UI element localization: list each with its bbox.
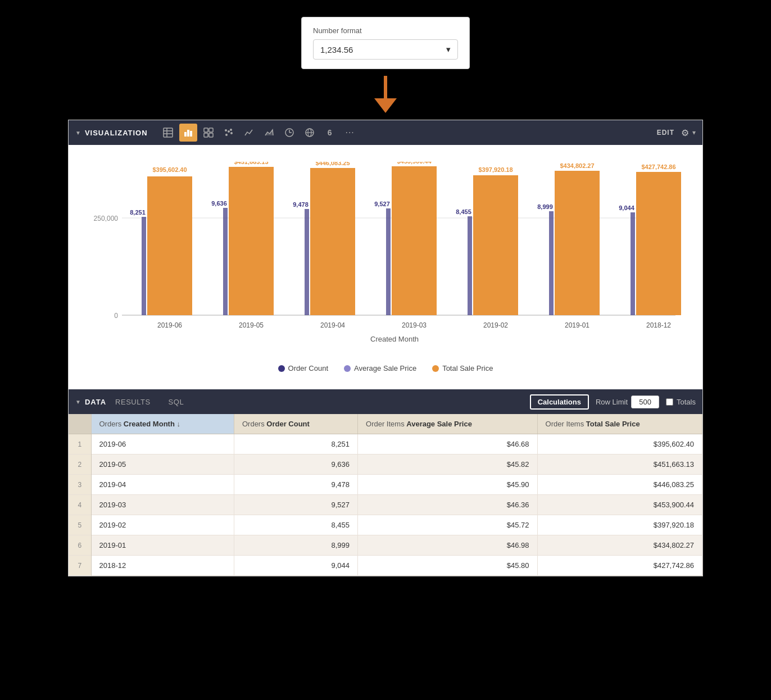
table-row: 5 2019-02 8,455 $45.72 $397,920.18 — [69, 515, 702, 535]
svg-text:2019-04: 2019-04 — [320, 321, 345, 329]
row-limit-input[interactable] — [631, 396, 659, 408]
number-format-label: Number format — [313, 26, 458, 35]
map-button[interactable] — [301, 124, 319, 142]
table-row: 4 2019-03 9,527 $46.36 $453,900.44 — [69, 495, 702, 515]
svg-text:8,455: 8,455 — [456, 208, 471, 215]
legend-label-total-sale: Total Sale Price — [442, 364, 493, 372]
order-count-cell: 8,455 — [234, 515, 357, 535]
main-panel: ▼ VISUALIZATION — [68, 120, 703, 576]
created-month-cell: 2019-03 — [91, 495, 234, 515]
svg-text:$395,602.40: $395,602.40 — [152, 166, 187, 173]
svg-rect-44 — [392, 166, 437, 315]
totals-checkbox[interactable] — [666, 398, 673, 406]
avg-sale-header[interactable]: Order Items Average Sale Price — [358, 414, 538, 434]
svg-point-15 — [230, 132, 233, 134]
svg-rect-9 — [204, 128, 208, 132]
order-count-cell: 9,527 — [234, 495, 357, 515]
order-count-header[interactable]: Orders Order Count — [234, 414, 357, 434]
table-row: 1 2019-06 8,251 $46.68 $395,602.40 — [69, 434, 702, 454]
settings-icon[interactable]: ⚙ — [681, 128, 689, 138]
svg-rect-29 — [147, 176, 192, 315]
avg-sale-cell: $45.80 — [358, 556, 538, 576]
row-number: 6 — [69, 535, 91, 556]
legend-avg-sale: Average Sale Price — [344, 364, 416, 372]
chart-area: 250,000 0 $395,602.40 8,251 2019-06 $451… — [69, 145, 702, 389]
svg-text:2019-03: 2019-03 — [402, 321, 427, 329]
viz-collapse-icon[interactable]: ▼ — [75, 130, 81, 136]
data-header: ▼ DATA RESULTS SQL Calculations Row Limi… — [69, 389, 702, 414]
total-sale-header[interactable]: Order Items Total Sale Price — [537, 414, 702, 434]
svg-point-14 — [228, 130, 230, 133]
row-number: 2 — [69, 454, 91, 475]
chart-legend: Order Count Average Sale Price Total Sal… — [91, 364, 680, 372]
row-number: 7 — [69, 556, 91, 576]
edit-button[interactable]: EDIT — [657, 129, 674, 137]
svg-text:9,044: 9,044 — [619, 204, 634, 211]
total-sale-cell: $446,083.25 — [537, 475, 702, 495]
legend-order-count: Order Count — [278, 364, 329, 372]
svg-rect-7 — [187, 130, 189, 137]
settings-dropdown-icon[interactable]: ▾ — [692, 129, 696, 137]
calculations-button[interactable]: Calculations — [530, 394, 589, 410]
visualization-header: ▼ VISUALIZATION — [69, 120, 702, 145]
total-sale-cell: $427,742.86 — [537, 556, 702, 576]
svg-text:0: 0 — [114, 312, 118, 320]
totals-label: Totals — [677, 398, 696, 406]
legend-total-sale: Total Sale Price — [432, 364, 493, 372]
svg-text:$427,742.86: $427,742.86 — [641, 163, 675, 170]
svg-text:$397,920.18: $397,920.18 — [478, 166, 513, 173]
svg-marker-1 — [374, 98, 397, 113]
svg-rect-28 — [142, 217, 146, 315]
svg-point-17 — [225, 129, 227, 131]
svg-text:2018-12: 2018-12 — [646, 321, 671, 329]
bar-chart-svg: 250,000 0 $395,602.40 8,251 2019-06 $451… — [91, 162, 681, 353]
order-count-cell: 8,251 — [234, 434, 357, 454]
table-row: 7 2018-12 9,044 $45.80 $427,742.86 — [69, 556, 702, 576]
number-button[interactable]: 6 — [321, 124, 339, 142]
table-view-button[interactable] — [159, 124, 177, 142]
table-row: 3 2019-04 9,478 $45.90 $446,083.25 — [69, 475, 702, 495]
total-sale-cell: $451,663.13 — [537, 454, 702, 475]
svg-text:Created Month: Created Month — [370, 335, 419, 343]
total-sale-cell: $434,802.27 — [537, 535, 702, 556]
data-title: ▼ DATA — [75, 398, 106, 406]
data-collapse-icon[interactable]: ▼ — [75, 399, 81, 405]
line-chart-button[interactable] — [240, 124, 258, 142]
svg-rect-12 — [209, 133, 213, 137]
svg-rect-6 — [184, 132, 187, 137]
clock-button[interactable] — [280, 124, 298, 142]
order-count-cell: 9,044 — [234, 556, 357, 576]
visualization-title: ▼ VISUALIZATION — [75, 129, 148, 137]
results-tab[interactable]: RESULTS — [106, 393, 160, 411]
created-month-header[interactable]: Orders Created Month ↓ — [91, 414, 234, 434]
svg-text:8,251: 8,251 — [130, 209, 146, 216]
svg-text:2019-02: 2019-02 — [483, 321, 508, 329]
total-sale-cell: $397,920.18 — [537, 515, 702, 535]
order-count-cell: 8,999 — [234, 535, 357, 556]
down-arrow-icon — [371, 75, 400, 114]
svg-text:$434,802.27: $434,802.27 — [560, 162, 594, 169]
svg-rect-34 — [229, 167, 274, 315]
avg-sale-cell: $45.82 — [358, 454, 538, 475]
number-format-popup: Number format 1,234.56 ▾ — [301, 17, 470, 69]
svg-rect-43 — [386, 208, 391, 315]
created-month-cell: 2019-05 — [91, 454, 234, 475]
svg-rect-48 — [468, 216, 472, 315]
total-sale-cell: $453,900.44 — [537, 495, 702, 515]
more-options-button[interactable]: ··· — [341, 124, 359, 142]
sql-tab[interactable]: SQL — [160, 393, 193, 411]
svg-rect-10 — [209, 128, 213, 132]
chevron-down-icon: ▾ — [446, 44, 451, 54]
row-number: 1 — [69, 434, 91, 454]
avg-sale-cell: $46.68 — [358, 434, 538, 454]
order-count-cell: 9,636 — [234, 454, 357, 475]
scatter-button[interactable] — [220, 124, 238, 142]
row-number: 4 — [69, 495, 91, 515]
svg-text:$453,900.44: $453,900.44 — [397, 162, 432, 165]
total-sale-cell: $395,602.40 — [537, 434, 702, 454]
area-chart-button[interactable] — [260, 124, 278, 142]
bar-chart-button[interactable] — [179, 124, 197, 142]
number-format-select[interactable]: 1,234.56 ▾ — [313, 39, 458, 60]
svg-text:8,999: 8,999 — [537, 203, 553, 210]
pivot-button[interactable] — [199, 124, 217, 142]
